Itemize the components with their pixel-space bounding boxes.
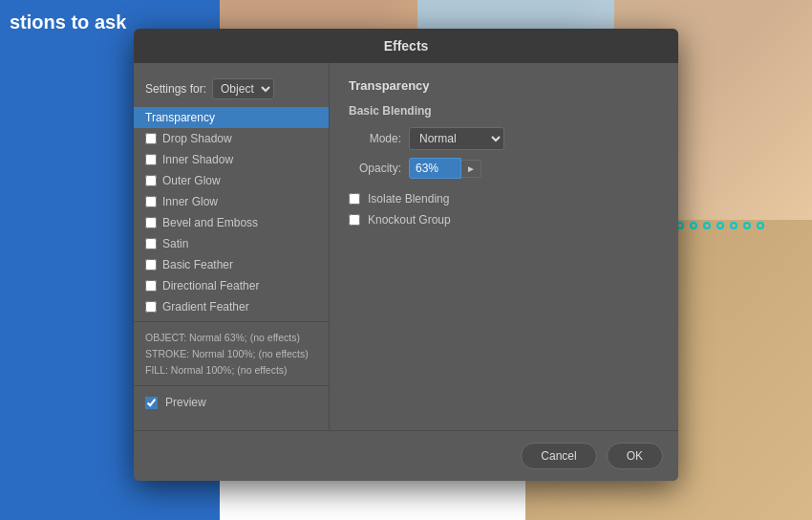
mode-select[interactable]: Normal (409, 127, 504, 150)
directional-feather-checkbox[interactable] (145, 280, 157, 292)
ok-button[interactable]: OK (607, 443, 663, 469)
effect-item-drop-shadow[interactable]: Drop Shadow (134, 128, 329, 149)
teal-dot (757, 222, 764, 229)
opacity-stepper[interactable]: ► (461, 160, 481, 178)
teal-dot (716, 222, 724, 229)
knockout-group-row: Knockout Group (349, 213, 659, 227)
teal-dot (743, 222, 751, 229)
dialog-footer: Cancel OK (134, 430, 678, 481)
effect-item-gradient-feather[interactable]: Gradient Feather (134, 296, 329, 317)
dialog-titlebar: Effects (134, 29, 678, 63)
effects-dialog[interactable]: Effects Settings for: Object Transparenc… (134, 29, 678, 481)
drop-shadow-checkbox[interactable] (145, 133, 157, 144)
right-panel: Transparency Basic Blending Mode: Normal… (330, 63, 678, 430)
gradient-feather-checkbox[interactable] (145, 301, 157, 313)
effect-item-bevel-emboss[interactable]: Bevel and Emboss (134, 212, 329, 233)
preview-label: Preview (165, 396, 206, 409)
outer-glow-checkbox[interactable] (145, 175, 157, 186)
effect-item-basic-feather[interactable]: Basic Feather (134, 254, 329, 275)
knockout-group-label: Knockout Group (368, 213, 451, 227)
mode-row: Mode: Normal (349, 127, 659, 150)
teal-dot (690, 222, 697, 229)
opacity-input[interactable] (409, 158, 461, 179)
bevel-emboss-checkbox[interactable] (145, 217, 157, 228)
settings-label: Settings for: (145, 82, 206, 96)
satin-label: Satin (162, 237, 188, 250)
summary-line3: FILL: Normal 100%; (no effects) (145, 362, 317, 379)
effect-item-satin[interactable]: Satin (134, 233, 329, 254)
effects-list: Transparency Drop Shadow Inner Shadow Ou… (134, 107, 329, 317)
basic-feather-label: Basic Feather (162, 258, 233, 271)
gradient-feather-label: Gradient Feather (162, 300, 249, 314)
settings-object-select[interactable]: Object (212, 78, 274, 99)
transparency-label: Transparency (145, 111, 215, 124)
opacity-row: Opacity: ► (349, 158, 659, 179)
mode-label: Mode: (349, 132, 401, 145)
outer-glow-label: Outer Glow (162, 174, 221, 187)
inner-shadow-checkbox[interactable] (145, 154, 157, 165)
opacity-field: ► (409, 158, 481, 179)
left-panel: Settings for: Object Transparency Drop S… (134, 63, 330, 430)
effect-item-transparency[interactable]: Transparency (134, 107, 329, 128)
opacity-label: Opacity: (349, 162, 401, 175)
summary-area: OBJECT: Normal 63%; (no effects) STROKE:… (134, 321, 329, 385)
basic-feather-checkbox[interactable] (145, 259, 157, 271)
isolate-blending-checkbox[interactable] (349, 193, 360, 205)
settings-row: Settings for: Object (134, 75, 329, 107)
effect-item-directional-feather[interactable]: Directional Feather (134, 275, 329, 296)
dialog-title: Effects (384, 38, 429, 54)
section-title: Transparency (349, 78, 659, 93)
knockout-group-checkbox[interactable] (349, 214, 360, 226)
directional-feather-label: Directional Feather (162, 279, 259, 292)
preview-checkbox[interactable] (145, 397, 158, 409)
bevel-emboss-label: Bevel and Emboss (162, 216, 258, 229)
inner-shadow-label: Inner Shadow (162, 153, 233, 166)
teal-dot (703, 222, 711, 229)
dialog-body: Settings for: Object Transparency Drop S… (134, 63, 678, 430)
isolate-blending-label: Isolate Blending (368, 192, 449, 206)
satin-checkbox[interactable] (145, 238, 157, 249)
subsection-title: Basic Blending (349, 104, 659, 118)
isolate-blending-row: Isolate Blending (349, 192, 659, 206)
cancel-button[interactable]: Cancel (521, 443, 596, 469)
effect-item-inner-glow[interactable]: Inner Glow (134, 191, 329, 212)
drop-shadow-label: Drop Shadow (162, 132, 232, 145)
summary-line1: OBJECT: Normal 63%; (no effects) (145, 330, 317, 346)
preview-row: Preview (134, 385, 329, 419)
inner-glow-checkbox[interactable] (145, 196, 157, 207)
effect-item-outer-glow[interactable]: Outer Glow (134, 170, 329, 191)
inner-glow-label: Inner Glow (162, 195, 218, 208)
effect-item-inner-shadow[interactable]: Inner Shadow (134, 149, 329, 170)
teal-dot (730, 222, 737, 229)
summary-line2: STROKE: Normal 100%; (no effects) (145, 346, 317, 362)
